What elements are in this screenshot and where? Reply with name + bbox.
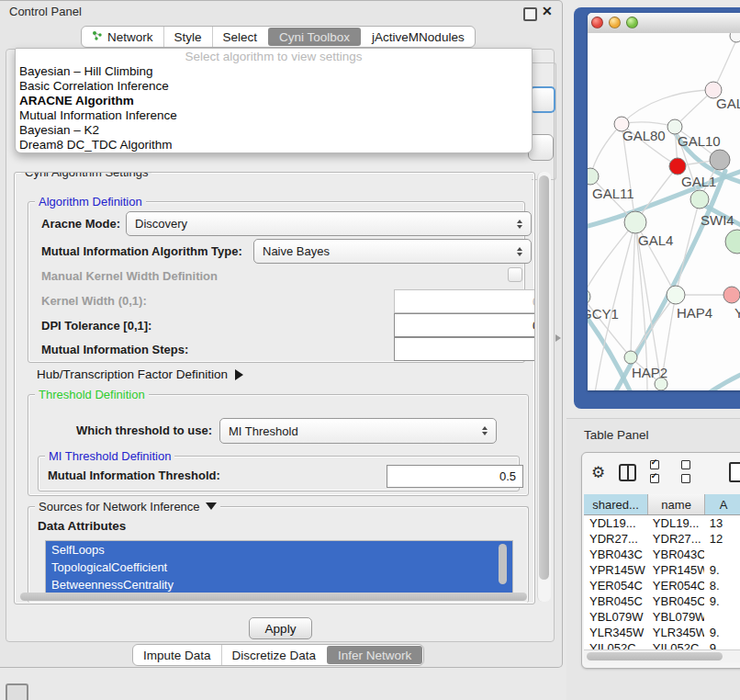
network-node-swi4[interactable] bbox=[690, 190, 709, 209]
table-page-icon[interactable] bbox=[729, 462, 740, 482]
float-panel-icon[interactable] bbox=[523, 7, 537, 21]
bottom-tabbar: Impute DataDiscretize DataInfer Network bbox=[132, 644, 424, 666]
table-row[interactable]: YPR145WYPR145W9. bbox=[584, 562, 740, 578]
splitpane-handle-icon[interactable] bbox=[555, 334, 561, 342]
sources-group-title[interactable]: Sources for Network Inference bbox=[35, 500, 220, 514]
network-edge[interactable] bbox=[631, 295, 676, 357]
mi-steps-label: Mutual Information Steps: bbox=[41, 343, 188, 356]
network-node-gal4[interactable] bbox=[624, 211, 646, 233]
network-canvas[interactable]: GALGAL80GAL10GAL1GAL11SWI4GAL4GCY1HAP4YH… bbox=[588, 33, 740, 390]
tab-cyni-toolbox[interactable]: Cyni Toolbox bbox=[268, 28, 361, 46]
zoom-window-icon[interactable] bbox=[626, 17, 638, 28]
sources-title-text: Sources for Network Inference bbox=[39, 500, 200, 514]
network-edge-highlighted[interactable] bbox=[698, 369, 740, 390]
table-row[interactable]: YBR045CYBR045C9. bbox=[584, 593, 740, 609]
network-node[interactable] bbox=[725, 230, 740, 254]
column-header-name[interactable]: name bbox=[648, 494, 705, 514]
obscured-combo-focus-fragment[interactable] bbox=[530, 86, 555, 113]
table-cell: 13 bbox=[704, 515, 740, 531]
tab-select[interactable]: Select bbox=[212, 27, 268, 47]
hub-transcription-factor-toggle[interactable]: Hub/Transcription Factor Definition bbox=[37, 367, 243, 381]
manual-kernel-width-checkbox[interactable] bbox=[508, 267, 522, 282]
column-header-a[interactable]: A bbox=[705, 494, 740, 514]
settings-horizontal-scrollbar[interactable] bbox=[20, 593, 527, 601]
dpi-tolerance-label: DPI Tolerance [0,1]: bbox=[41, 319, 151, 333]
dpi-tolerance-field[interactable]: 0.0 bbox=[394, 313, 535, 337]
network-edge[interactable] bbox=[588, 222, 635, 297]
column-view-icon[interactable] bbox=[619, 464, 635, 481]
mi-steps-field[interactable]: 6 bbox=[394, 337, 535, 361]
settings-scrollbar-thumb[interactable] bbox=[539, 175, 549, 580]
select-all-icon[interactable] bbox=[650, 458, 667, 486]
mi-threshold-field[interactable]: 0.5 bbox=[387, 465, 523, 488]
algorithm-dropdown-placeholder: Select algorithm to view settings bbox=[16, 49, 532, 64]
dropdown-item-mutual-information-inference[interactable]: Mutual Information Inference bbox=[16, 108, 532, 123]
minimized-panel-icon[interactable] bbox=[6, 683, 28, 700]
table-row[interactable]: YDL19...YDL19...13 bbox=[584, 515, 740, 531]
network-node[interactable] bbox=[730, 33, 740, 42]
algorithm-definition-title: Algorithm Definition bbox=[35, 195, 146, 209]
network-titlebar[interactable] bbox=[588, 13, 740, 34]
mi-algorithm-type-select[interactable]: Naive Bayes bbox=[253, 239, 532, 264]
tab-discretize-data[interactable]: Discretize Data bbox=[221, 645, 327, 665]
network-edge[interactable] bbox=[676, 199, 700, 295]
data-attributes-list[interactable]: SelfLoopsTopologicalCoefficientBetweenne… bbox=[45, 540, 513, 597]
table-row[interactable]: YBR043CYBR043C bbox=[584, 547, 740, 562]
dropdown-item-bayesian-hill-climbing[interactable]: Bayesian – Hill Climbing bbox=[16, 64, 532, 79]
tab-style[interactable]: Style bbox=[163, 27, 212, 47]
table-row[interactable]: YBL079WYBL079W bbox=[584, 609, 740, 625]
which-threshold-select[interactable]: MI Threshold bbox=[219, 418, 497, 444]
network-node-gal10[interactable] bbox=[667, 119, 682, 134]
attribute-item-selfloops[interactable]: SelfLoops bbox=[46, 541, 512, 559]
table-hscrollbar-track[interactable] bbox=[584, 649, 740, 662]
tab-network[interactable]: Network bbox=[82, 27, 163, 47]
dropdown-item-basic-correlation-inference[interactable]: Basic Correlation Inference bbox=[16, 79, 532, 94]
network-edge[interactable] bbox=[590, 124, 622, 176]
mi-algorithm-type-label: Mutual Information Algorithm Type: bbox=[41, 244, 242, 258]
network-node-gal11[interactable] bbox=[588, 168, 599, 185]
apply-button[interactable]: Apply bbox=[249, 617, 312, 639]
dropdown-item-aracne-algorithm[interactable]: ARACNE Algorithm bbox=[16, 94, 532, 108]
network-node[interactable] bbox=[710, 150, 730, 170]
table-toolbar: ⚙ bbox=[582, 453, 740, 491]
tab-jactivemnodules[interactable]: jActiveMNodules bbox=[362, 27, 475, 47]
network-node-hap2[interactable] bbox=[624, 351, 637, 364]
table-hscrollbar-thumb[interactable] bbox=[587, 652, 723, 660]
tab-label: Cyni Toolbox bbox=[279, 30, 350, 44]
tab-infer-network[interactable]: Infer Network bbox=[327, 646, 422, 664]
node-label-gal80: GAL80 bbox=[622, 128, 666, 143]
column-header-shared-[interactable]: shared... bbox=[584, 494, 648, 514]
network-edge[interactable] bbox=[631, 222, 635, 357]
network-node-gcy1[interactable] bbox=[588, 288, 590, 305]
aracne-mode-select[interactable]: Discovery bbox=[126, 211, 532, 236]
table-row[interactable]: YIL052CYIL052C9. bbox=[584, 640, 740, 649]
network-view-window[interactable]: GALGAL80GAL10GAL1GAL11SWI4GAL4GCY1HAP4YH… bbox=[574, 7, 740, 409]
attribute-item-topologicalcoefficient[interactable]: TopologicalCoefficient bbox=[46, 559, 512, 576]
minimize-window-icon[interactable] bbox=[609, 17, 621, 28]
close-window-icon[interactable] bbox=[591, 17, 603, 28]
close-panel-icon[interactable]: ✕ bbox=[542, 4, 553, 18]
tab-label: Discretize Data bbox=[232, 649, 317, 662]
table-row[interactable]: YER054CYER054C8. bbox=[584, 578, 740, 593]
sources-group: Sources for Network Inference Data Attri… bbox=[28, 506, 529, 603]
attribute-list-scrollbar[interactable] bbox=[499, 544, 507, 584]
tab-impute-data[interactable]: Impute Data bbox=[133, 645, 221, 665]
table-row[interactable]: YLR345WYLR345W9. bbox=[584, 625, 740, 640]
mi-threshold-label: Mutual Information Threshold: bbox=[48, 469, 220, 482]
node-label-hap4: HAP4 bbox=[677, 305, 712, 321]
table-row[interactable]: YDR27...YDR27...12 bbox=[584, 531, 740, 547]
network-node-y[interactable] bbox=[723, 287, 740, 303]
table-cell: 12 bbox=[704, 531, 740, 547]
network-node-gal1[interactable] bbox=[669, 158, 686, 175]
cyni-algorithm-settings-group: Cyni Algorithm Settings Algorithm Defini… bbox=[14, 172, 535, 604]
table-cell: 9. bbox=[704, 625, 740, 640]
settings-scrollbar-track[interactable] bbox=[537, 172, 551, 602]
network-node-hap4[interactable] bbox=[667, 286, 685, 304]
network-edge[interactable] bbox=[622, 122, 675, 127]
deselect-all-icon[interactable] bbox=[681, 458, 699, 486]
dropdown-item-dream8-dc-tdc-algorithm[interactable]: Dream8 DC_TDC Algorithm bbox=[16, 138, 532, 152]
attribute-item-betweennesscentrality[interactable]: BetweennessCentrality bbox=[46, 576, 512, 593]
gear-icon[interactable]: ⚙ bbox=[591, 465, 605, 480]
dropdown-item-bayesian-k2[interactable]: Bayesian – K2 bbox=[16, 123, 532, 138]
network-edge[interactable] bbox=[622, 90, 713, 124]
